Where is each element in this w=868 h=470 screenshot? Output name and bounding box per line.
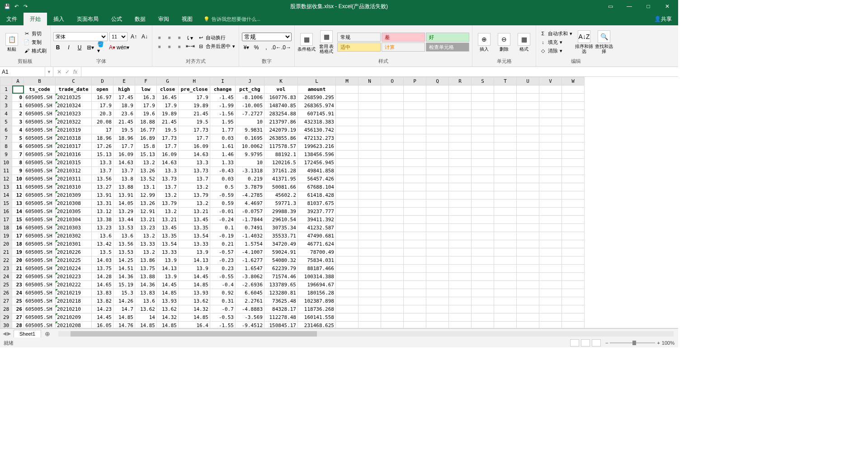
- cell[interactable]: -1.56: [210, 110, 236, 118]
- cell[interactable]: 19.89: [179, 102, 210, 110]
- dec-decimal-icon[interactable]: .0→: [282, 43, 291, 52]
- cell[interactable]: [562, 240, 585, 248]
- cell[interactable]: -0.23: [210, 256, 236, 265]
- cell[interactable]: [359, 191, 381, 199]
- cell[interactable]: 9: [12, 167, 24, 175]
- cell[interactable]: 15.3: [113, 289, 135, 297]
- cell[interactable]: [426, 126, 449, 134]
- col-header[interactable]: I: [210, 77, 236, 85]
- cell[interactable]: 0.31: [210, 297, 236, 305]
- cell[interactable]: 37161.28: [264, 167, 298, 175]
- tab-review[interactable]: 审阅: [152, 13, 175, 25]
- cell[interactable]: 3: [12, 118, 24, 126]
- cell[interactable]: [539, 102, 562, 110]
- cell[interactable]: [472, 110, 494, 118]
- cell[interactable]: [12, 85, 24, 94]
- cell[interactable]: [359, 151, 381, 159]
- cell[interactable]: 22: [12, 273, 24, 281]
- cell[interactable]: [449, 240, 472, 248]
- cell[interactable]: 62239.79: [264, 265, 298, 273]
- cell[interactable]: [359, 273, 381, 281]
- cell[interactable]: 0.1: [210, 224, 236, 232]
- view-layout-icon[interactable]: [581, 339, 590, 347]
- cell[interactable]: 0.1695: [236, 134, 264, 142]
- cell[interactable]: 23: [12, 281, 24, 289]
- cell[interactable]: pct_chg: [236, 85, 264, 94]
- cell[interactable]: 20210305: [56, 208, 92, 216]
- cell[interactable]: [381, 322, 404, 328]
- painter-button[interactable]: 🖌格式刷: [23, 47, 47, 55]
- cell[interactable]: 605005.SH: [24, 183, 56, 191]
- cell[interactable]: 16.45: [157, 94, 179, 102]
- cell[interactable]: [517, 94, 539, 102]
- cell[interactable]: [426, 199, 449, 208]
- cell[interactable]: [472, 313, 494, 322]
- cell[interactable]: 13.62: [157, 305, 179, 313]
- col-header[interactable]: F: [135, 77, 157, 85]
- cell[interactable]: [336, 142, 359, 151]
- cell[interactable]: [517, 110, 539, 118]
- cell[interactable]: [449, 224, 472, 232]
- cell[interactable]: [381, 142, 404, 151]
- cell[interactable]: [404, 134, 426, 142]
- cell[interactable]: [562, 134, 585, 142]
- cell[interactable]: [404, 322, 426, 328]
- cell[interactable]: 13.21: [179, 208, 210, 216]
- cell[interactable]: 18: [12, 240, 24, 248]
- cell[interactable]: 20210315: [56, 159, 92, 167]
- cell[interactable]: -0.7: [210, 305, 236, 313]
- cell[interactable]: [517, 265, 539, 273]
- undo-icon[interactable]: ↶: [13, 3, 20, 10]
- cell[interactable]: [562, 183, 585, 191]
- cell[interactable]: 123280.81: [264, 289, 298, 297]
- cell[interactable]: 13.54: [179, 232, 210, 240]
- cell[interactable]: 8: [12, 159, 24, 167]
- cell[interactable]: 21.45: [113, 118, 135, 126]
- cell[interactable]: 20210226: [56, 248, 92, 256]
- cell[interactable]: [381, 297, 404, 305]
- cut-button[interactable]: ✂剪切: [23, 30, 47, 38]
- cell[interactable]: -1.99: [210, 102, 236, 110]
- cell[interactable]: 39237.777: [298, 208, 336, 216]
- cond-format-button[interactable]: ▦条件格式: [297, 28, 316, 57]
- cell[interactable]: 5: [12, 134, 24, 142]
- cell[interactable]: 605005.SH: [24, 305, 56, 313]
- find-button[interactable]: 🔍查找和选择: [595, 28, 613, 57]
- cell[interactable]: 20210304: [56, 216, 92, 224]
- row-header[interactable]: 6: [0, 126, 12, 134]
- cell[interactable]: -1.6277: [236, 256, 264, 265]
- enter-icon[interactable]: ✓: [65, 69, 70, 75]
- cell[interactable]: 17: [92, 126, 113, 134]
- cell[interactable]: 14.85: [135, 322, 157, 328]
- cell[interactable]: [449, 305, 472, 313]
- cell[interactable]: [381, 248, 404, 256]
- cell[interactable]: 20210210: [56, 305, 92, 313]
- cell[interactable]: [517, 199, 539, 208]
- cell[interactable]: [539, 85, 562, 94]
- cell[interactable]: 13.9: [179, 248, 210, 256]
- cell[interactable]: 14.23: [92, 305, 113, 313]
- cell[interactable]: 13.2: [179, 199, 210, 208]
- cell[interactable]: 46771.624: [298, 240, 336, 248]
- cell[interactable]: 13.93: [179, 289, 210, 297]
- cell[interactable]: 13.35: [157, 232, 179, 240]
- cell[interactable]: 16.97: [92, 94, 113, 102]
- cell[interactable]: [517, 273, 539, 281]
- cell[interactable]: 13.79: [179, 191, 210, 199]
- cell[interactable]: 17.7: [179, 134, 210, 142]
- add-sheet-icon[interactable]: ⊕: [41, 330, 54, 337]
- cell[interactable]: [336, 191, 359, 199]
- cell[interactable]: 14.85: [179, 281, 210, 289]
- cell[interactable]: 14.36: [135, 281, 157, 289]
- cell[interactable]: [539, 134, 562, 142]
- row-header[interactable]: 4: [0, 110, 12, 118]
- cell[interactable]: [472, 240, 494, 248]
- cell[interactable]: [336, 167, 359, 175]
- cell[interactable]: [426, 232, 449, 240]
- cell[interactable]: 20.3: [92, 110, 113, 118]
- cell[interactable]: 13.38: [92, 216, 113, 224]
- cell[interactable]: 20210225: [56, 256, 92, 265]
- cell[interactable]: 133789.65: [264, 281, 298, 289]
- ribbon-options-icon[interactable]: ▭: [601, 0, 619, 13]
- cell[interactable]: 20210223: [56, 273, 92, 281]
